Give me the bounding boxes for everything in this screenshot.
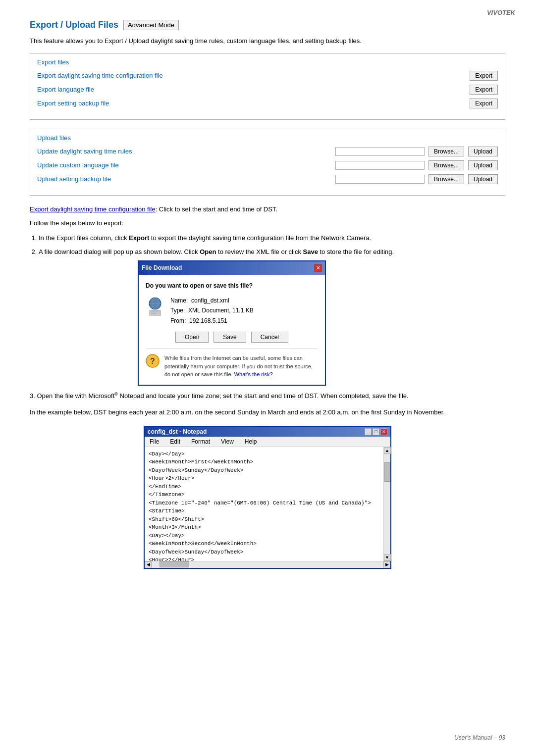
notepad-menu-edit[interactable]: Edit — [168, 438, 182, 446]
step3-suffix: Notepad and locate your time zone; set t… — [118, 392, 409, 400]
svg-text:?: ? — [150, 357, 155, 365]
notepad-title: config_dst - Notepad — [148, 428, 207, 435]
step2-save: Save — [303, 248, 318, 255]
file-type-value: XML Document, 11.1 KB — [188, 307, 254, 314]
export-language-button[interactable]: Export — [470, 85, 498, 95]
browse-button-3[interactable]: Browse... — [428, 174, 464, 184]
brand-label: VIVOTEK — [487, 9, 515, 16]
upload-button-1[interactable]: Upload — [468, 147, 498, 156]
browse-button-2[interactable]: Browse... — [428, 160, 464, 170]
dialog-titlebar: File Download ✕ — [139, 261, 325, 274]
upload-row-3: Upload setting backup file Browse... Upl… — [37, 174, 498, 184]
follow-steps-text: Follow the steps below to export: — [30, 218, 505, 229]
notepad-window-buttons: _ □ ✕ — [365, 428, 387, 435]
dialog-close-button[interactable]: ✕ — [314, 264, 322, 272]
file-download-dialog: File Download ✕ Do you want to open or s… — [138, 260, 505, 385]
dialog-title: File Download — [142, 263, 182, 273]
notepad-menu-file[interactable]: File — [148, 438, 161, 446]
dialog-box: File Download ✕ Do you want to open or s… — [138, 260, 326, 385]
file-from-label: From: — [170, 317, 186, 324]
notepad-menu-view[interactable]: View — [219, 438, 236, 446]
page-title-text: Export / Upload Files — [30, 20, 118, 30]
browse-input-1[interactable] — [335, 147, 425, 156]
step2-middle: to review the XML file or click — [216, 248, 303, 255]
file-from-row: From: 192.168.5.151 — [170, 316, 254, 326]
dialog-open-button[interactable]: Open — [175, 332, 209, 343]
step1-prefix: In the Export files column, click — [39, 234, 129, 242]
step1-bold: Export — [129, 234, 149, 242]
export-files-section: Export files Export daylight saving time… — [30, 53, 505, 120]
export-dst-link[interactable]: Export daylight saving time configuratio… — [30, 205, 156, 213]
notepad-container: config_dst - Notepad _ □ ✕ File Edit For… — [30, 426, 505, 569]
warning-text-block: While files from the Internet can be use… — [164, 354, 318, 379]
notepad-hscrollbar[interactable]: ◀ ▶ — [145, 561, 390, 568]
hscroll-thumb[interactable] — [160, 561, 189, 567]
dialog-cancel-button[interactable]: Cancel — [251, 332, 288, 343]
notepad-body: <Day></Day> <WeekInMonth>First</WeekInMo… — [145, 447, 390, 561]
file-type-row: Type: XML Document, 11.1 KB — [170, 305, 254, 315]
scrollbar-up-arrow[interactable]: ▲ — [384, 447, 391, 454]
step2-prefix: A file download dialog will pop up as sh… — [39, 248, 200, 255]
upload-row-1: Update daylight saving time rules Browse… — [37, 147, 498, 156]
file-name-row: Name: config_dst.xml — [170, 296, 254, 305]
upload-files-section: Upload files Update daylight saving time… — [30, 129, 505, 196]
export-row-2-label: Export language file — [37, 86, 399, 93]
upload-section-legend: Upload files — [37, 134, 498, 142]
step3-paragraph: 3. Open the file with Microsoft® Notepad… — [30, 391, 505, 402]
export-dst-button[interactable]: Export — [470, 71, 498, 81]
hscroll-right-arrow[interactable]: ▶ — [383, 561, 390, 567]
page-title: Export / Upload Files Advanced Mode — [30, 20, 505, 30]
dialog-save-button[interactable]: Save — [214, 332, 246, 343]
page-number: User's Manual – 93 — [454, 734, 505, 741]
file-icon — [146, 296, 164, 316]
link-suffix: : Click to set the start and end time of… — [156, 205, 277, 213]
warning-icon: ? — [146, 354, 160, 368]
upload-row-3-label: Upload setting backup file — [37, 175, 333, 183]
browse-button-1[interactable]: Browse... — [428, 147, 464, 156]
file-name-value: config_dst.xml — [191, 297, 229, 304]
upload-row-2: Update custom language file Browse... Up… — [37, 160, 498, 170]
step2-open: Open — [200, 248, 216, 255]
notepad-close-button[interactable]: ✕ — [380, 428, 387, 435]
dialog-file-info: Name: config_dst.xml Type: XML Document,… — [146, 296, 318, 326]
export-row-3: Export setting backup file Export — [37, 99, 498, 108]
svg-rect-4 — [150, 310, 160, 315]
link-paragraph: Export daylight saving time configuratio… — [30, 204, 505, 215]
upload-row-2-label: Update custom language file — [37, 161, 333, 169]
advanced-mode-button[interactable]: Advanced Mode — [123, 20, 179, 30]
notepad-minimize-button[interactable]: _ — [365, 428, 372, 435]
example-paragraph: In the example below, DST begins each ye… — [30, 407, 505, 418]
step1-suffix: to export the daylight saving time confi… — [149, 234, 371, 242]
dialog-warning: ? While files from the Internet can be u… — [146, 349, 318, 379]
browse-input-3[interactable] — [335, 175, 425, 184]
upload-button-2[interactable]: Upload — [468, 160, 498, 170]
notepad-window: config_dst - Notepad _ □ ✕ File Edit For… — [144, 426, 391, 569]
notepad-titlebar: config_dst - Notepad _ □ ✕ — [145, 427, 390, 437]
hscroll-left-arrow[interactable]: ◀ — [145, 561, 152, 567]
step3-sup: ® — [114, 392, 118, 397]
dialog-question: Do you want to open or save this file? — [146, 281, 318, 291]
browse-input-2[interactable] — [335, 161, 425, 170]
step-1: In the Export files column, click Export… — [39, 233, 505, 244]
scrollbar-thumb[interactable] — [384, 462, 390, 482]
file-type-label: Type: — [170, 307, 185, 314]
file-details: Name: config_dst.xml Type: XML Document,… — [170, 296, 254, 326]
upload-row-1-label: Update daylight saving time rules — [37, 148, 333, 155]
file-from-value: 192.168.5.151 — [189, 317, 227, 324]
export-section-legend: Export files — [37, 58, 498, 66]
dialog-content: Do you want to open or save this file? — [139, 275, 325, 385]
notepad-text-area[interactable]: <Day></Day> <WeekInMonth>First</WeekInMo… — [145, 447, 383, 561]
whats-risk-link[interactable]: What's the risk? — [234, 371, 273, 377]
steps-list: In the Export files column, click Export… — [39, 233, 505, 386]
step3-prefix: Open the file with Microsoft — [37, 392, 114, 400]
notepad-menu-format[interactable]: Format — [189, 438, 212, 446]
dialog-buttons: Open Save Cancel — [146, 332, 318, 343]
export-backup-button[interactable]: Export — [470, 99, 498, 108]
step2-suffix: to store the file for editing. — [318, 248, 394, 255]
intro-text: This feature allows you to Export / Uplo… — [30, 36, 505, 46]
notepad-scrollbar[interactable]: ▲ ▼ — [383, 447, 390, 561]
upload-button-3[interactable]: Upload — [468, 174, 498, 184]
scrollbar-down-arrow[interactable]: ▼ — [384, 554, 391, 561]
notepad-menu-help[interactable]: Help — [243, 438, 259, 446]
notepad-restore-button[interactable]: □ — [373, 428, 379, 435]
